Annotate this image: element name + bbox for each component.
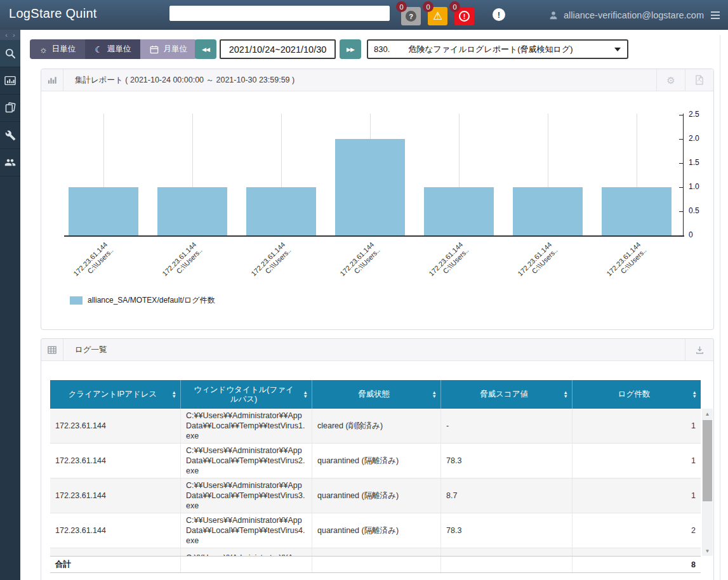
- y-axis-tick: [679, 235, 683, 236]
- alert-notification-button[interactable]: ! 0: [454, 7, 474, 25]
- day-unit-button[interactable]: ☼ 日単位: [30, 39, 85, 59]
- sidebar-item-search[interactable]: [0, 40, 20, 67]
- total-count: 8: [572, 557, 701, 572]
- table-grid-icon: [48, 346, 56, 354]
- report-select[interactable]: 830. 危険なファイルログレポート(脅威検知ログ): [367, 39, 628, 59]
- log-table-body: 172.23.61.144C:¥¥Users¥¥Administrator¥¥A…: [50, 409, 701, 556]
- warning-notification-button[interactable]: ⚠ 0: [428, 7, 447, 25]
- moon-icon: ☾: [95, 45, 103, 54]
- table-cell: C:¥¥Users¥¥Administrator¥¥AppData¥¥Local…: [180, 444, 312, 478]
- download-button[interactable]: [685, 339, 713, 360]
- sort-icon: ▲▼: [172, 390, 176, 399]
- table-cell: quarantined (隔離済み): [312, 444, 440, 478]
- legend-swatch: [70, 296, 83, 305]
- top-header: LogStare Quint ? 0 ⚠ 0 ! 0 ! alliance-ve…: [0, 0, 728, 30]
- column-header-threat-score[interactable]: 脅威スコア値 ▲▼: [440, 380, 572, 409]
- next-period-button[interactable]: ▶▶: [340, 39, 361, 59]
- application-window: LogStare Quint ? 0 ⚠ 0 ! 0 ! alliance-ve…: [0, 0, 728, 580]
- bar: [69, 187, 138, 235]
- table-cell: C:¥¥Users¥¥Administrator¥¥AppData¥¥Local…: [180, 513, 312, 548]
- wrench-icon: [5, 130, 16, 141]
- gear-icon: ⚙: [666, 76, 675, 85]
- table-row: 172.23.61.144C:¥¥Users¥¥Administrator¥¥A…: [50, 513, 701, 548]
- table-panel-icon-cell: [41, 339, 63, 360]
- table-cell: [50, 548, 180, 556]
- sidebar-item-users[interactable]: [0, 149, 20, 176]
- pdf-export-button[interactable]: [685, 69, 713, 91]
- bar: [602, 187, 672, 235]
- sun-icon: ☼: [39, 45, 48, 54]
- report-select-value: 830. 危険なファイルログレポート(脅威検知ログ): [368, 44, 573, 55]
- bar: [513, 187, 583, 235]
- sidebar-collapse-control[interactable]: ‹ ›: [0, 30, 20, 40]
- table-cell: C:¥¥Users¥¥Administrator¥¥Ap: [180, 548, 312, 556]
- scroll-down-icon[interactable]: ▼: [702, 546, 713, 556]
- column-header-window-title[interactable]: ウィンドウタイトル(ファイルパス) ▲▼: [180, 380, 312, 409]
- calendar-icon: [150, 45, 159, 54]
- month-unit-label: 月単位: [163, 44, 187, 55]
- mini-bar-chart-icon: [48, 76, 56, 84]
- scrollbar-thumb[interactable]: [703, 420, 712, 501]
- help-notification-button[interactable]: ? 0: [401, 7, 421, 25]
- log-list-panel: ログ一覧 クライアントIPアドレス ▲▼ ウィンドウタイトル(ファ: [41, 338, 714, 580]
- week-unit-button[interactable]: ☾ 週単位: [85, 39, 140, 59]
- warning-triangle-icon: ⚠: [433, 11, 442, 22]
- x-axis-label: 172.23.61.144C:\\Users..: [303, 241, 381, 319]
- hamburger-menu-icon[interactable]: [709, 10, 722, 21]
- column-header-log-count[interactable]: ログ件数 ▲▼: [572, 380, 701, 409]
- help-count-badge: 0: [396, 1, 407, 12]
- sidebar-item-pages[interactable]: [0, 95, 20, 122]
- sort-icon: ▲▼: [692, 390, 697, 399]
- log-panel-actions: [685, 339, 713, 360]
- question-icon: ?: [406, 11, 416, 22]
- x-axis-baseline: [64, 235, 684, 237]
- column-label: ログ件数: [618, 390, 651, 399]
- global-search-input[interactable]: [169, 6, 390, 21]
- log-table-header-row: クライアントIPアドレス ▲▼ ウィンドウタイトル(ファイルパス) ▲▼ 脅威状…: [50, 380, 701, 409]
- log-table-footer-row: 合計 8: [50, 556, 701, 573]
- y-axis-tick: [679, 163, 683, 164]
- sidebar-item-tools[interactable]: [0, 122, 20, 149]
- summary-report-title: 集計レポート ( 2021-10-24 00:00:00 ～ 2021-10-3…: [75, 75, 295, 86]
- table-cell: [312, 548, 440, 556]
- table-cell: 1: [572, 444, 701, 478]
- chart-settings-button[interactable]: ⚙: [656, 69, 685, 91]
- column-header-client-ip[interactable]: クライアントIPアドレス ▲▼: [50, 380, 180, 409]
- table-scrollbar[interactable]: ▲ ▼: [702, 409, 713, 556]
- day-unit-label: 日単位: [52, 44, 76, 55]
- month-unit-button[interactable]: 月単位: [140, 39, 197, 59]
- table-cell: -: [440, 409, 572, 443]
- double-left-arrow-icon: ◀◀: [202, 46, 209, 53]
- user-menu[interactable]: alliance-verification@logstare.com: [548, 0, 722, 30]
- table-cell: [440, 548, 572, 556]
- table-cell: 1: [572, 409, 701, 443]
- table-cell: quarantined (隔離済み): [312, 513, 440, 548]
- sidebar-item-reports[interactable]: [0, 67, 20, 95]
- y-axis-tick-label: 2.0: [689, 134, 699, 143]
- bar-chart-icon: [4, 76, 16, 86]
- info-icon[interactable]: !: [493, 8, 505, 21]
- y-axis-tick-label: 1.0: [689, 182, 699, 191]
- previous-period-button[interactable]: ◀◀: [195, 39, 216, 59]
- table-cell: 172.23.61.144: [50, 513, 180, 548]
- y-axis-tick: [679, 187, 683, 188]
- date-range-input[interactable]: [220, 39, 336, 59]
- bar: [424, 187, 494, 235]
- y-axis-tick: [679, 211, 683, 212]
- column-header-threat-status[interactable]: 脅威状態 ▲▼: [312, 380, 440, 409]
- table-cell: cleared (削除済み): [312, 409, 440, 443]
- column-label: 脅威状態: [358, 390, 390, 399]
- table-cell: 8.7: [440, 478, 572, 513]
- log-list-title: ログ一覧: [75, 345, 107, 355]
- scroll-up-icon[interactable]: ▲: [702, 409, 713, 419]
- log-table: クライアントIPアドレス ▲▼ ウィンドウタイトル(ファイルパス) ▲▼ 脅威状…: [50, 380, 713, 573]
- y-axis-tick-label: 0: [689, 230, 693, 239]
- search-icon: [4, 48, 16, 59]
- chart-panel-actions: ⚙: [656, 69, 713, 91]
- table-cell: 172.23.61.144: [50, 478, 180, 513]
- warning-count-badge: 0: [423, 1, 433, 12]
- table-cell: 172.23.61.144: [50, 444, 180, 478]
- sort-icon: ▲▼: [432, 390, 437, 399]
- table-row: C:¥¥Users¥¥Administrator¥¥Ap: [50, 548, 701, 556]
- sort-icon: ▲▼: [303, 390, 308, 399]
